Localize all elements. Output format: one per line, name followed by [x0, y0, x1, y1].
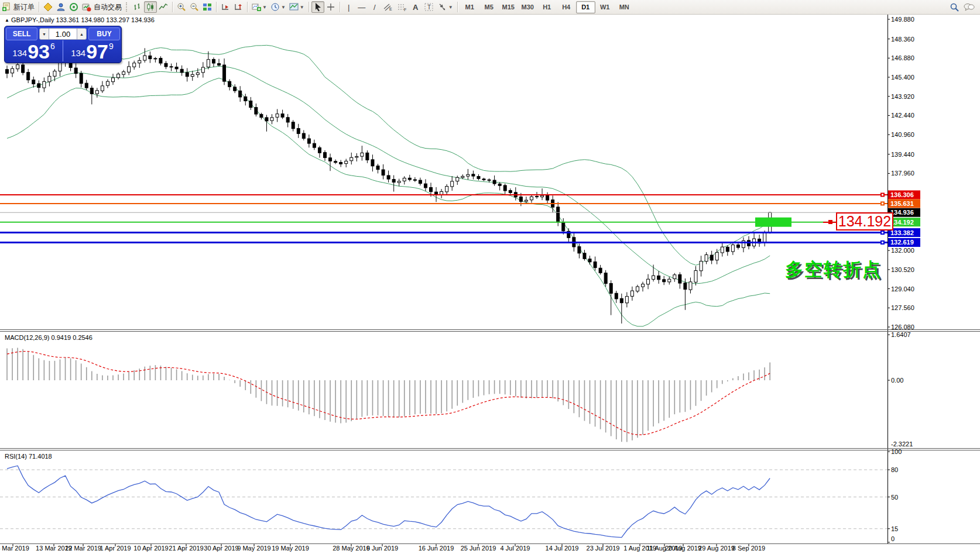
timeframe-h1[interactable]: H1 [537, 1, 557, 13]
candle-body [467, 174, 470, 176]
quotes-button[interactable] [42, 1, 54, 13]
zoom-out-button[interactable] [188, 1, 201, 13]
timeframe-mn[interactable]: MN [615, 1, 634, 13]
price-tag-label: 133.382 [890, 229, 914, 236]
price-tick-label: 145.400 [891, 74, 914, 81]
candle-body [451, 181, 454, 187]
candle-body [85, 83, 88, 88]
autotrade-button[interactable]: 自动交易 [80, 1, 124, 13]
candle-body [413, 180, 416, 180]
sell-price[interactable]: 134 93 6 [5, 40, 63, 61]
toolbar-right [948, 1, 976, 13]
candle-body [207, 60, 210, 67]
candle-body [366, 153, 369, 160]
level-callout-box[interactable]: 134.192 [836, 212, 893, 230]
new-order-button[interactable]: 新订单 [0, 1, 36, 13]
zoom-in-icon [177, 2, 186, 12]
date-tick-label: 14 Jul 2019 [546, 545, 579, 552]
level-line-marker-dot [882, 202, 883, 204]
timeframe-d1[interactable]: D1 [576, 1, 595, 13]
periods-button[interactable]: ▼ [269, 1, 287, 13]
vertical-line-tool[interactable]: | [342, 1, 355, 13]
search-button[interactable] [948, 1, 961, 13]
candle-body [604, 273, 607, 284]
toolbar: 新订单 自动交易 ▼ ▼ ▼ | — / E F A T [0, 0, 980, 15]
text-tool[interactable]: A [409, 1, 422, 13]
tile-windows-button[interactable] [201, 1, 214, 13]
price-tick-label: 139.440 [891, 151, 914, 158]
price-tick-label: 126.080 [891, 324, 914, 331]
candle-body [234, 87, 237, 91]
signals-button[interactable] [67, 1, 80, 13]
templates-button[interactable]: ▼ [287, 1, 306, 13]
candle-body [345, 161, 348, 163]
date-tick-label: 30 Apr 2019 [204, 545, 238, 552]
line-chart-button[interactable] [157, 1, 170, 13]
buy-price-big: 97 [86, 43, 108, 60]
candle-body [175, 67, 178, 69]
timeframe-m15[interactable]: M15 [499, 1, 518, 13]
timeframe-h4[interactable]: H4 [557, 1, 576, 13]
bar-chart-button[interactable] [131, 1, 144, 13]
zoom-in-button[interactable] [175, 1, 188, 13]
candle-body [642, 284, 645, 287]
candle-body [700, 261, 703, 270]
date-tick-label: 20 Aug 2019 [665, 545, 701, 552]
chat-button[interactable] [961, 1, 976, 13]
candle-body [503, 185, 506, 191]
svg-text:F: F [404, 8, 406, 12]
horizontal-line-tool[interactable]: — [355, 1, 368, 13]
volume-value[interactable]: 1.00 [49, 28, 77, 40]
sell-button[interactable]: SELL [6, 27, 37, 40]
candle-body [223, 65, 226, 81]
candle-body [736, 245, 739, 248]
auto-scroll-button[interactable] [232, 1, 245, 13]
candle-body [90, 88, 93, 94]
chart-shift-button[interactable] [219, 1, 232, 13]
candle-body [292, 122, 294, 129]
date-tick-label: 9 May 2019 [237, 545, 270, 552]
candle-body [276, 114, 279, 118]
volume-down-button[interactable]: ▼ [39, 28, 49, 40]
crosshair-button[interactable] [324, 1, 337, 13]
date-tick-label: 4 Mar 2019 [0, 545, 29, 552]
candle-body [59, 62, 61, 71]
candle-body [684, 283, 687, 290]
trendline-tool[interactable]: / [368, 1, 381, 13]
tile-windows-icon [203, 2, 212, 12]
fibonacci-tool[interactable]: F [395, 1, 409, 13]
timeframe-m30[interactable]: M30 [518, 1, 537, 13]
candle-body [43, 81, 46, 88]
buy-price[interactable]: 134 97 9 [63, 40, 121, 61]
candle-body [117, 74, 120, 78]
timeframe-w1[interactable]: W1 [595, 1, 615, 13]
buy-button[interactable]: BUY [88, 27, 120, 40]
candlestick-chart-icon [146, 2, 155, 12]
candlestick-chart-button[interactable] [144, 1, 157, 13]
text-label-tool[interactable]: T [422, 1, 436, 13]
market-watch-button[interactable] [54, 1, 67, 13]
volume-up-button[interactable]: ▲ [77, 28, 87, 40]
candle-body [583, 253, 586, 259]
price-tick-label: 148.360 [891, 36, 914, 43]
candle-body [488, 180, 491, 180]
rsi-level-label: 50 [891, 494, 898, 501]
arrows-tool[interactable]: ▼ [436, 1, 455, 13]
crosshair-icon [326, 2, 335, 12]
candle-body [376, 166, 379, 170]
separator [126, 2, 129, 12]
macd-scale-mid: 0.00 [891, 377, 903, 384]
candle-body [180, 69, 183, 73]
cursor-button[interactable] [311, 1, 324, 13]
buy-price-sup: 9 [109, 42, 114, 51]
candle-body [679, 274, 681, 283]
channel-tool[interactable]: E [381, 1, 395, 13]
volume-stepper: ▼ 1.00 ▲ [39, 28, 87, 40]
candle-body [95, 91, 98, 94]
indicators-button[interactable]: ▼ [250, 1, 269, 13]
collapse-arrow-icon[interactable]: ▲ [5, 18, 9, 23]
price-tick-label: 142.440 [891, 112, 914, 119]
timeframe-m5[interactable]: M5 [479, 1, 499, 13]
timeframe-m1[interactable]: M1 [460, 1, 479, 13]
date-tick-label: 22 Mar 2019 [65, 545, 101, 552]
